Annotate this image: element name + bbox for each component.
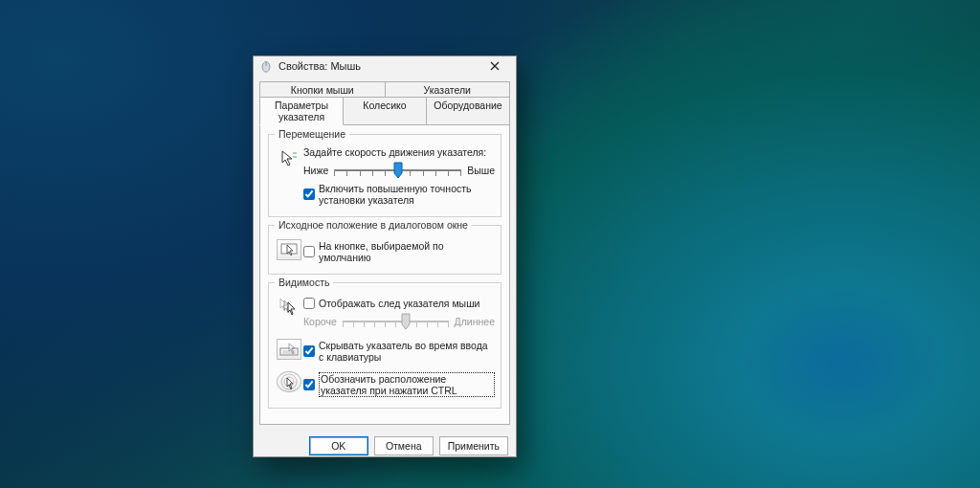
enhance-precision-checkbox[interactable]: Включить повышенную точность установки у… — [303, 183, 495, 206]
group-snap-to-legend: Исходное положение в диалоговом окне — [275, 219, 472, 231]
mouse-icon — [259, 59, 273, 73]
apply-button[interactable]: Применить — [439, 436, 508, 455]
group-snap-to: Исходное положение в диалоговом окне — [268, 225, 501, 275]
trails-long-label: Длиннее — [455, 316, 495, 327]
trails-short-label: Короче — [303, 316, 337, 327]
hide-typing-icon — [277, 339, 301, 360]
tab-mouse-buttons[interactable]: Кнопки мыши — [259, 81, 386, 98]
tab-strip: Кнопки мыши Указатели Параметры указател… — [254, 76, 516, 124]
mouse-properties-dialog: Свойства: Мышь Кнопки мыши Указатели Пар… — [253, 55, 517, 457]
tab-pointer-options[interactable]: Параметры указателя — [259, 97, 344, 125]
dialog-footer: OK Отмена Применить — [254, 431, 516, 463]
hide-pointer-typing-label: Скрывать указатель во время ввода с клав… — [319, 340, 495, 363]
snap-to-icon — [277, 239, 301, 260]
hide-pointer-typing-checkbox[interactable]: Скрывать указатель во время ввода с клав… — [303, 340, 495, 363]
pointer-speed-slider[interactable] — [334, 161, 461, 180]
snap-to-checkbox[interactable]: На кнопке, выбираемой по умолчанию — [303, 240, 495, 263]
pointer-trails-slider — [343, 312, 449, 331]
enhance-precision-label: Включить повышенную точность установки у… — [319, 183, 495, 206]
cancel-button[interactable]: Отмена — [374, 436, 434, 455]
group-visibility-legend: Видимость — [275, 277, 333, 288]
pointer-speed-label: Задайте скорость движения указателя: — [303, 146, 495, 158]
pointer-trails-checkbox[interactable]: Отображать след указателя мыши — [303, 298, 495, 309]
tab-content-pointer-options: Перемещение Задайте скорость движения ук… — [259, 124, 510, 425]
close-button[interactable] — [479, 56, 510, 76]
snap-to-label: На кнопке, выбираемой по умолчанию — [319, 240, 495, 263]
ok-button[interactable]: OK — [309, 436, 368, 455]
ctrl-locate-checkbox[interactable]: Обозначить расположение указателя при на… — [303, 372, 495, 397]
window-title: Свойства: Мышь — [278, 60, 479, 72]
group-motion-legend: Перемещение — [275, 128, 349, 140]
tab-pointers[interactable]: Указатели — [386, 81, 511, 98]
tab-hardware[interactable]: Оборудование — [427, 97, 510, 125]
speed-slow-label: Ниже — [303, 165, 328, 176]
desktop-wallpaper: Свойства: Мышь Кнопки мыши Указатели Пар… — [0, 0, 980, 488]
ctrl-locate-label: Обозначить расположение указателя при на… — [319, 372, 495, 397]
tab-wheel[interactable]: Колесико — [344, 97, 427, 125]
group-motion: Перемещение Задайте скорость движения ук… — [268, 134, 501, 217]
pointer-trails-label: Отображать след указателя мыши — [319, 298, 479, 309]
close-icon — [490, 61, 500, 71]
ctrl-locate-icon — [277, 371, 301, 392]
group-visibility: Видимость — [268, 282, 501, 409]
pointer-speed-icon — [279, 148, 299, 169]
speed-fast-label: Выше — [467, 165, 495, 176]
titlebar[interactable]: Свойства: Мышь — [254, 56, 516, 76]
pointer-trails-icon — [278, 297, 300, 318]
